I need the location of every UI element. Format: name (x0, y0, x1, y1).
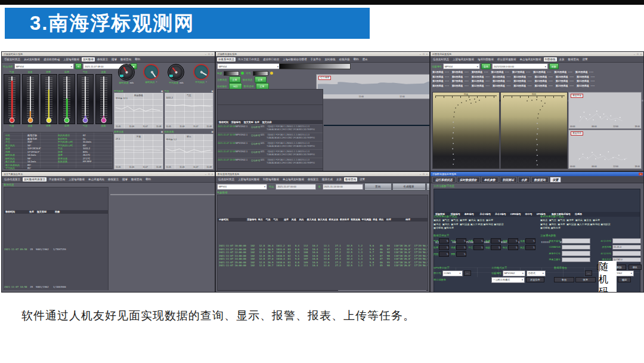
tab[interactable]: 实时数据接收 (457, 177, 480, 183)
param-input[interactable] (562, 238, 590, 244)
table-row[interactable]: 2021-11-07 10:00:00 102 12.8 26.4 1011.2… (218, 244, 428, 248)
refresh-button[interactable]: 刷新 (549, 63, 559, 69)
restore-button[interactable]: 恢复 (575, 277, 596, 282)
menu-item[interactable]: 剖面海流数据 (262, 177, 280, 182)
time-select[interactable]: 2021/11/06 0:00:00 (492, 63, 548, 69)
sampling-stepper[interactable]: 倾斜 (485, 245, 501, 250)
window-buttons[interactable]: – □ × (634, 52, 642, 56)
query-button[interactable]: 查询 (481, 63, 491, 69)
sampling-stepper[interactable]: 周期 (434, 251, 449, 257)
menu-item[interactable]: 积分层流速数据 (496, 57, 518, 61)
chart-expand-icon[interactable]: ▣ (211, 130, 213, 133)
menu-item[interactable]: 水质 (335, 177, 343, 182)
menu-item[interactable]: 从站实时数据 (23, 57, 41, 61)
log-row[interactable]: 2021-11-07 12:58 MPV1902-1 自动发送 021 【接收】… (218, 149, 323, 158)
station-select[interactable]: MPV01 (217, 184, 267, 190)
chart-expand-icon[interactable]: ▣ (161, 90, 163, 93)
menu-item[interactable]: 历史数据查询 (48, 177, 66, 182)
stepper-box[interactable] (508, 238, 518, 244)
menu-item[interactable]: 实时数据 (82, 57, 95, 61)
receive-status-button[interactable]: 正常 (255, 76, 267, 83)
menu-item[interactable]: 上层海流实时数据 (451, 57, 475, 61)
send-command-button[interactable]: 发送指令 (526, 277, 544, 282)
stepper-box[interactable] (473, 238, 484, 244)
chart-expand-icon[interactable]: ▣ (211, 90, 213, 93)
stepper-box[interactable] (456, 245, 466, 250)
menu-item[interactable]: 设置 (581, 57, 589, 61)
log-row[interactable]: 2021-11-07 10:58 MPV1902-1 自动发送 021 【接收】… (218, 133, 323, 141)
buoy-id-select[interactable]: MPV04 (443, 63, 480, 69)
window-titlebar[interactable]: 浮标数据接收处理系统× (431, 172, 643, 176)
stepper-box[interactable] (525, 238, 535, 244)
menu-item[interactable]: 实时数据列表显示 (23, 177, 47, 182)
stepper-box[interactable] (491, 245, 501, 250)
menu-item[interactable]: 上海站数据自动管理 (281, 57, 308, 61)
chart-expand-icon[interactable]: ▣ (161, 130, 163, 133)
menu-item[interactable]: 北斗卫星工作状态 (237, 57, 261, 61)
com-port-select[interactable]: COM1 (442, 270, 463, 276)
window-buttons[interactable]: – □ × (205, 52, 213, 56)
nautical-chart-map[interactable] (110, 194, 215, 195)
menu-item[interactable]: 剖面曲线 (544, 57, 557, 61)
satellite-status-button[interactable]: 正常 (229, 76, 241, 83)
tab[interactable]: 单机参数 (481, 177, 499, 183)
table-row[interactable]: 2021-11-07 14:00:00 102 12.8 27.0 1010.4… (218, 257, 428, 261)
param-input[interactable] (612, 251, 641, 256)
stepper-box[interactable] (439, 238, 449, 244)
param-input[interactable] (612, 238, 641, 244)
log-row[interactable]: 2021-11-07 11:58 MPV1902-1 自动发送 021 【接收】… (218, 141, 323, 149)
checkbox-row[interactable]: ▣溶解氧 ▣能见度 (540, 226, 642, 230)
stepper-box[interactable] (491, 238, 501, 244)
sampling-stepper[interactable]: 波高 (503, 238, 518, 244)
log-row[interactable]: 2021-11-07 09:58 MPV1902-1 自动发送 021 【接收】… (218, 124, 323, 133)
menu-item[interactable]: 水质 (558, 57, 566, 61)
table-row[interactable]: 2021-11-07 10:58 35 9001/1962 1/1803906 (4, 285, 108, 289)
tab[interactable]: 设置 (550, 177, 562, 183)
menu-item[interactable]: 数据查询 (119, 57, 132, 61)
buoy-id-select[interactable]: MPV1902 (503, 270, 525, 276)
menu-item[interactable]: 退出 (361, 57, 369, 61)
window-titlebar[interactable]: 浮标数据接收系统– □ × (216, 52, 429, 56)
stepper-box[interactable] (439, 251, 449, 257)
stepper-box[interactable] (508, 245, 518, 250)
window-buttons[interactable]: – □ × (420, 52, 428, 56)
sampling-stepper[interactable]: 流速 (451, 245, 466, 250)
table-row[interactable]: 2021-11-07 12:00:00 102 12.8 26.7 1010.8… (218, 251, 428, 254)
date-to-field[interactable]: 2021-11-14 00:00 (323, 184, 363, 190)
stepper-box[interactable] (473, 245, 484, 250)
param-input[interactable]: 以小时计 (612, 257, 641, 263)
menu-item[interactable]: 实时曲线 (324, 57, 337, 61)
query-button[interactable]: 查询 (365, 183, 391, 190)
menu-item[interactable]: 曲线显示 (107, 177, 120, 182)
menu-item[interactable]: 上层海流数据 (67, 177, 86, 182)
sampling-stepper[interactable]: 层数 (451, 251, 466, 257)
h-scrollbar[interactable] (218, 290, 428, 291)
menu-item[interactable]: 帮助 (352, 57, 360, 61)
menu-item[interactable]: 上层海流数据 (62, 57, 80, 61)
channel-select[interactable]: MPV04 (217, 63, 280, 69)
sampling-stepper[interactable]: 盐度 (434, 245, 449, 250)
browse-button[interactable]: … (464, 270, 471, 276)
window-titlebar[interactable]: 数据查询与报表系统– □ × (216, 172, 429, 176)
menu-item[interactable]: 设置 (358, 177, 366, 182)
sampling-stepper[interactable]: 湿度 (468, 238, 484, 244)
menu-item[interactable]: 海流剖面数据 (476, 57, 495, 61)
menu-item[interactable]: 单点海流实时数据 (519, 57, 543, 61)
menu-item[interactable]: 曲线显示 (306, 177, 320, 182)
menu-item[interactable]: 曲线显示 (96, 57, 109, 61)
param-input[interactable] (562, 257, 590, 263)
menu-item[interactable]: 帮助 (144, 177, 152, 182)
sampling-stepper[interactable]: 状态 (520, 245, 535, 250)
menu-item[interactable]: 数据查询 (567, 57, 580, 61)
menu-item[interactable]: 单点海流实时数据 (281, 177, 305, 182)
param-input[interactable] (562, 251, 590, 256)
menu-item[interactable]: 综合实时状态 (217, 177, 236, 182)
param-input[interactable] (562, 245, 590, 250)
menu-item[interactable]: 报表生成 (321, 177, 334, 182)
browse-button[interactable]: … (585, 270, 592, 276)
date-from-field[interactable]: 2021-11-07 00:00 (275, 184, 316, 190)
tab[interactable]: 剖面测试 (500, 177, 517, 183)
mode-type-select[interactable]: 自容式 (527, 270, 546, 276)
menu-item[interactable]: 于东平台 (309, 57, 323, 61)
menu-item[interactable]: 帮助 (134, 57, 141, 61)
